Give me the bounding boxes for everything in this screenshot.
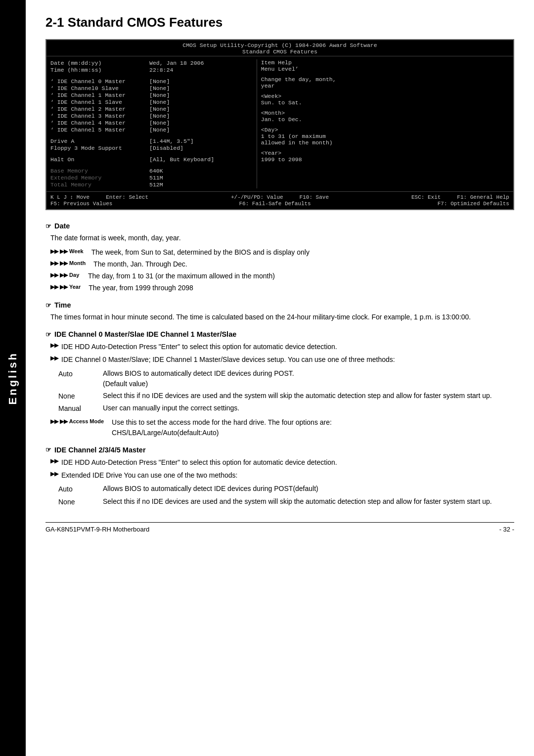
bios-help-title: Item Help <box>261 59 379 66</box>
section-ide01: IDE Channel 0 Master/Slae IDE Channel 1 … <box>45 330 514 438</box>
bios-ide2m: ‘ IDE Channel 2 Master [None] <box>50 106 253 112</box>
section-date-body: The date format is week, month, day, yea… <box>50 233 514 293</box>
bios-ide0m: ‘ IDE Channel 0 Master [None] <box>50 78 253 85</box>
bios-body: Date (mm:dd:yy) Wed, Jan 18 2006 Time (h… <box>46 56 513 191</box>
bios-halton: Halt On [All, But Keyboard] <box>50 156 253 163</box>
ide01-bullet2: IDE Channel 0 Master/Slave; IDE Channel … <box>50 354 514 365</box>
bios-footer: K L J ↕ Move Enter: Select +/-/PU/PD: Va… <box>46 191 513 209</box>
section-time: Time The times format in hour minute sec… <box>45 301 514 322</box>
section-ide2345: IDE Channel 2/3/4/5 Master IDE HDD Auto-… <box>45 446 514 508</box>
ide2345-desc-table: Auto Allows BIOS to automatically detect… <box>58 484 522 507</box>
section-date-heading: Date <box>45 222 514 230</box>
bios-help-3: <Week> <box>261 93 379 99</box>
bios-screen: CMOS Setup Utility-Copyright (C) 1984-20… <box>45 39 514 210</box>
bullet-month: ▶▶ Month The month, Jan. Through Dec. <box>50 259 514 269</box>
desc-auto: Auto Allows BIOS to automatically detect… <box>58 368 522 389</box>
desc-none: None Select this if no IDE devices are u… <box>58 391 522 401</box>
desc-manual: Manual User can manually input the corre… <box>58 403 522 414</box>
bios-help-menulevel: Menu Level’ <box>261 66 379 72</box>
bios-header: CMOS Setup Utility-Copyright (C) 1984-20… <box>46 40 513 56</box>
bullet-week: ▶▶ Week The week, from Sun to Sat, deter… <box>50 247 514 258</box>
bios-help-10: <Year> <box>261 150 379 156</box>
ide2345-bullet2: Extended IDE Drive You can use one of th… <box>50 470 514 481</box>
bios-help-6: Jan. to Dec. <box>261 116 379 123</box>
bios-time-row: Time (hh:mm:ss) 22:8:24 <box>50 67 253 73</box>
section-ide01-body: IDE HDD Auto-Detection Press "Enter" to … <box>50 341 514 438</box>
bios-ide1s: ‘ IDE Channel 1 Slave [None] <box>50 99 253 105</box>
footer-left: GA-K8N51PVMT-9-RH Motherboard <box>45 526 149 533</box>
section-time-body: The times format in hour minute second. … <box>50 312 514 322</box>
footer-right: - 32 - <box>499 526 514 533</box>
bullet-day: ▶▶ Day The day, from 1 to 31 (or the max… <box>50 271 514 281</box>
bios-ide1m: ‘ IDE Channel 1 Master [None] <box>50 92 253 98</box>
ide2345-bullet1: IDE HDD Auto-Detection Press "Enter" to … <box>50 457 514 468</box>
bios-ide4m: ‘ IDE Channel 4 Master [None] <box>50 120 253 126</box>
desc2345-none: None Select this if no IDE devices are u… <box>58 496 522 507</box>
bios-footer-r1-right: ESC: Exit F1: General Help <box>411 194 509 200</box>
bios-footer-r2-left: F5: Previous Values <box>50 201 112 207</box>
section-time-intro: The times format in hour minute second. … <box>50 312 514 322</box>
bios-help-1: Change the day, month, <box>261 76 379 83</box>
bios-drivea: Drive A [1.44M, 3.5"] <box>50 138 253 144</box>
bios-help-7: <Day> <box>261 127 379 133</box>
bullet-access-mode: ▶▶ Access Mode Use this to set the acces… <box>50 417 514 438</box>
bios-ide0s: ‘ IDE Channel0 Slave [None] <box>50 85 253 91</box>
section-time-heading: Time <box>45 301 514 309</box>
section-ide2345-heading: IDE Channel 2/3/4/5 Master <box>45 446 514 454</box>
bios-ide3m: ‘ IDE Channel 3 Master [None] <box>50 113 253 119</box>
page-title: 2-1 Standard CMOS Features <box>45 15 514 30</box>
bios-footer-r1-mid: +/-/PU/PD: Value F10: Save <box>231 194 329 200</box>
main-content: 2-1 Standard CMOS Features CMOS Setup Ut… <box>26 0 534 553</box>
bios-ide5m: ‘ IDE Channel 5 Master [None] <box>50 127 253 133</box>
desc2345-auto: Auto Allows BIOS to automatically detect… <box>58 484 522 494</box>
ide01-desc-table: Auto Allows BIOS to automatically detect… <box>58 368 522 414</box>
section-date: Date The date format is week, month, day… <box>45 222 514 293</box>
bios-footer-row1: K L J ↕ Move Enter: Select +/-/PU/PD: Va… <box>50 194 509 200</box>
page-footer: GA-K8N51PVMT-9-RH Motherboard - 32 - <box>45 522 514 533</box>
bios-header-line1: CMOS Setup Utility-Copyright (C) 1984-20… <box>46 42 513 48</box>
bios-help-2: year <box>261 83 379 89</box>
bios-footer-r1-left: K L J ↕ Move Enter: Select <box>50 194 148 200</box>
bios-footer-row2: F5: Previous Values F6: Fail-Safe Defaul… <box>50 201 509 207</box>
section-ide01-heading: IDE Channel 0 Master/Slae IDE Channel 1 … <box>45 330 514 338</box>
bios-basemem: Base Memory 640K <box>50 168 253 174</box>
sidebar-label: English <box>6 352 19 404</box>
bullet-year: ▶▶ Year The year, from 1999 through 2098 <box>50 283 514 293</box>
bios-floppy3: Floppy 3 Mode Support [Disabled] <box>50 145 253 151</box>
ide01-bullet1: IDE HDD Auto-Detection Press "Enter" to … <box>50 341 514 352</box>
bios-date-row: Date (mm:dd:yy) Wed, Jan 18 2006 <box>50 60 253 66</box>
bios-help-4: Sun. to Sat. <box>261 99 379 106</box>
bios-help-8: 1 to 31 (or maximum <box>261 133 379 139</box>
bios-totalmem: Total Memory 512M <box>50 181 253 188</box>
section-date-intro: The date format is week, month, day, yea… <box>50 233 514 243</box>
bios-col-left: Date (mm:dd:yy) Wed, Jan 18 2006 Time (h… <box>46 59 257 188</box>
bios-help-5: <Month> <box>261 110 379 116</box>
bios-footer-r2-mid: F6: Fail-Safe Defaults <box>239 201 311 207</box>
bios-col-right: Item Help Menu Level’ Change the day, mo… <box>257 59 383 188</box>
section-ide2345-body: IDE HDD Auto-Detection Press "Enter" to … <box>50 457 514 508</box>
sidebar: English <box>0 0 26 756</box>
bios-extmem: Extended Memory 511M <box>50 175 253 181</box>
bios-header-line2: Standard CMOS Features <box>46 48 513 55</box>
bios-footer-r2-right: F7: Optimized Defaults <box>438 201 509 207</box>
bios-help-11: 1999 to 2098 <box>261 156 379 163</box>
bios-help-9: allowed in the month) <box>261 139 379 146</box>
